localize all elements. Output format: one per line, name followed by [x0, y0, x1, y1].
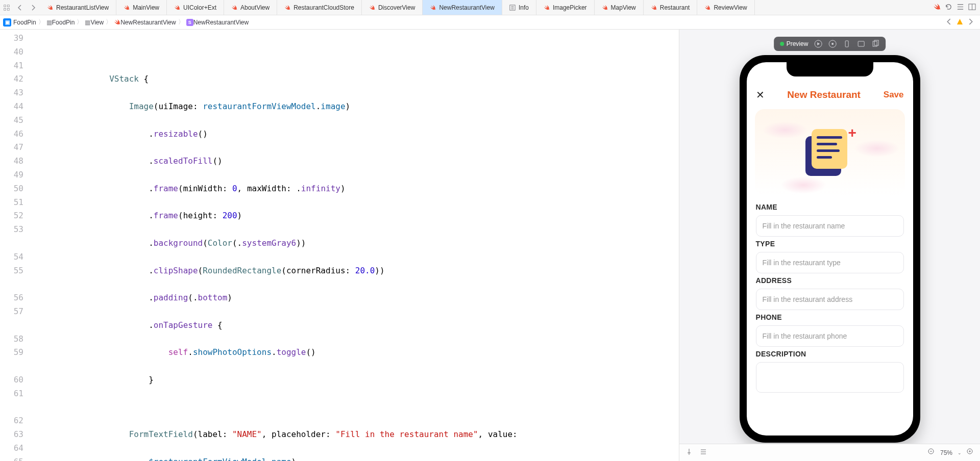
tab-bar: RestaurantListViewMainViewUIColor+ExtAbo…	[0, 0, 980, 15]
preview-status[interactable]: Preview	[780, 40, 808, 47]
zoom-out-icon[interactable]	[928, 448, 935, 457]
project-icon[interactable]: ▣	[3, 18, 11, 27]
live-dot-icon	[780, 42, 784, 46]
nav-bar: ✕ New Restaurant Save	[747, 85, 913, 105]
close-icon[interactable]: ✕	[756, 89, 765, 101]
field-input[interactable]	[756, 362, 904, 393]
line-gutter: 3940414243444546474849505152535455565758…	[0, 30, 31, 461]
tab-tools	[929, 3, 980, 12]
duplicate-icon[interactable]	[871, 40, 879, 48]
workspace: 3940414243444546474849505152535455565758…	[0, 30, 980, 461]
form-field-address: ADDRESSFill in the restaurant address	[747, 276, 913, 310]
nav-title: New Restaurant	[787, 89, 861, 100]
svg-rect-1	[8, 5, 10, 7]
tab-mapview[interactable]: MapView	[595, 0, 644, 15]
field-label: PHONE	[756, 313, 904, 321]
inspect-icon[interactable]	[828, 40, 837, 48]
crumb-symbol[interactable]: NewRestaurantView	[193, 19, 249, 26]
field-input[interactable]: Fill in the restaurant phone	[756, 325, 904, 347]
crumb-folder[interactable]: View	[90, 19, 104, 26]
related-items-icon[interactable]	[0, 0, 13, 15]
variants-icon[interactable]	[857, 40, 865, 48]
pin-icon[interactable]	[685, 448, 693, 457]
tab-reviewview[interactable]: ReviewView	[697, 0, 754, 15]
canvas-bottom-bar: 75% ⌄	[679, 444, 980, 461]
play-icon[interactable]	[814, 40, 822, 48]
save-button[interactable]: Save	[884, 90, 904, 100]
tab-discoverview[interactable]: DiscoverView	[362, 0, 423, 15]
field-label: DESCRIPTION	[756, 350, 904, 358]
tab-restaurant[interactable]: Restaurant	[644, 0, 698, 15]
field-label: ADDRESS	[756, 276, 904, 285]
device-icon[interactable]	[843, 40, 851, 48]
tab-restaurantlistview[interactable]: RestaurantListView	[40, 0, 116, 15]
svg-rect-3	[8, 8, 10, 10]
phone-screen: ✕ New Restaurant Save + NAMEFill in the …	[747, 62, 913, 436]
image-placeholder[interactable]: +	[755, 109, 905, 196]
form-field-phone: PHONEFill in the restaurant phone	[747, 313, 913, 347]
svg-rect-0	[4, 5, 6, 7]
field-input[interactable]: Fill in the restaurant address	[756, 289, 904, 310]
jump-back-icon[interactable]	[946, 18, 952, 27]
form-field-description: DESCRIPTION	[747, 350, 913, 393]
tab-info[interactable]: Info	[502, 0, 536, 15]
zoom-chevron-icon[interactable]: ⌄	[958, 450, 962, 455]
field-label: NAME	[756, 203, 904, 211]
adjust-editor-icon[interactable]	[957, 3, 964, 12]
tab-restaurantcloudstore[interactable]: RestaurantCloudStore	[277, 0, 362, 15]
zoom-level[interactable]: 75%	[940, 449, 952, 456]
svg-point-8	[831, 43, 834, 45]
svg-rect-2	[4, 8, 6, 10]
canvas-pane: Preview ✕ New Restaurant Save	[679, 30, 980, 461]
nav-back-icon[interactable]	[13, 0, 27, 15]
form-field-name: NAMEFill in the restaurant name	[747, 203, 913, 237]
phone-notch	[787, 62, 873, 76]
tab-aboutview[interactable]: AboutView	[224, 0, 277, 15]
tab-uicolor+ext[interactable]: UIColor+Ext	[167, 0, 224, 15]
zoom-in-icon[interactable]	[967, 448, 974, 457]
warning-icon[interactable]	[957, 18, 963, 27]
code-area[interactable]: VStack { Image(uiImage: restaurantFormVi…	[31, 30, 679, 461]
crumb-file[interactable]: NewRestaurantView	[120, 19, 176, 26]
folder-icon: ▦	[46, 19, 52, 26]
list-mode-icon[interactable]	[700, 448, 707, 457]
nav-forward-icon[interactable]	[27, 0, 40, 15]
note-illustration-icon: +	[810, 130, 850, 175]
crumb-project[interactable]: FoodPin	[13, 19, 36, 26]
tab-imagepicker[interactable]: ImagePicker	[536, 0, 595, 15]
phone-frame: ✕ New Restaurant Save + NAMEFill in the …	[740, 55, 920, 443]
add-editor-icon[interactable]	[968, 3, 976, 12]
field-input[interactable]: Fill in the restaurant type	[756, 252, 904, 273]
code-editor[interactable]: 3940414243444546474849505152535455565758…	[0, 30, 679, 461]
svg-rect-9	[845, 41, 848, 47]
struct-badge-icon: S	[186, 19, 193, 26]
reload-icon[interactable]	[945, 3, 952, 12]
folder-icon: ▦	[85, 19, 90, 26]
canvas-toolbar: Preview	[774, 37, 886, 51]
tab-newrestaurantview[interactable]: NewRestaurantView	[423, 0, 502, 15]
tab-mainview[interactable]: MainView	[116, 0, 167, 15]
swift-overflow-icon[interactable]	[933, 3, 941, 12]
field-input[interactable]: Fill in the restaurant name	[756, 215, 904, 237]
jump-bar: ▣ FoodPin 〉 ▦ FoodPin 〉 ▦ View 〉 NewRest…	[0, 15, 980, 30]
crumb-group[interactable]: FoodPin	[52, 19, 75, 26]
form-field-type: TYPEFill in the restaurant type	[747, 240, 913, 273]
svg-rect-10	[858, 41, 864, 46]
field-label: TYPE	[756, 240, 904, 248]
jump-forward-icon[interactable]	[967, 18, 974, 27]
